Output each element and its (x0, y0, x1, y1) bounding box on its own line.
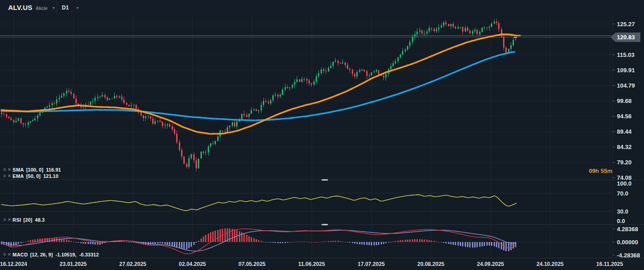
date-axis-label: 16.11.2025 (596, 261, 623, 267)
indicator-name: EMA (13, 173, 24, 179)
indicator-settings-icon[interactable]: ≡ (3, 173, 6, 178)
timeframe-label: D1 (62, 5, 69, 11)
rsi-axis-label: 100.0 (617, 181, 632, 186)
timeframe-selector[interactable]: D1 ▼ (62, 5, 79, 11)
price-axis-label: 104.79 (617, 83, 635, 88)
date-axis-label: 11.06.2025 (298, 261, 325, 267)
date-axis-label: 07.05.2025 (238, 261, 266, 267)
indicator-value: -1.10519, -0.33312 (56, 252, 99, 257)
indicator-legend-rsi: ≡ × RSI [20] 48.3 (3, 217, 45, 223)
indicator-value: 116.91 (46, 167, 61, 172)
indicator-settings-icon[interactable]: ≡ (3, 217, 6, 222)
price-axis-label: 125.27 (617, 21, 635, 27)
indicator-params: [100, 0] (26, 167, 43, 172)
indicator-legend-macd: ≡ × MACD [12, 26, 9] -1.10519, -0.33312 (3, 251, 99, 257)
indicator-value: 121.10 (43, 173, 59, 179)
indicator-params: [12, 26, 9] (30, 252, 53, 257)
header-divider (56, 1, 57, 15)
macd-axis-label: -4.28368 (617, 252, 640, 258)
indicator-settings-icon[interactable]: ≡ (3, 252, 6, 257)
indicator-legend-sma: ≡ × SMA [100, 0] 116.91 (3, 167, 61, 172)
indicator-name: MACD (13, 252, 28, 257)
indicator-remove-icon[interactable]: × (8, 173, 10, 178)
rsi-axis-label: 0.0 (617, 218, 625, 224)
instrument-type-label: Akcie (36, 6, 48, 11)
indicator-remove-icon[interactable]: × (8, 252, 10, 257)
date-axis-label: 02.04.2025 (179, 261, 206, 267)
panel-resize-handle-rsi[interactable] (322, 179, 328, 181)
current-price-badge: 120.83 (611, 33, 640, 42)
macd-axis-label: 4.28368 (617, 226, 638, 232)
price-axis-label: 115.03 (617, 52, 635, 58)
countdown-minutes-unit: m (607, 168, 612, 174)
symbol-selector[interactable]: ALV.US Akcie ▼ (8, 4, 55, 11)
price-axis-label: 99.68 (617, 98, 632, 104)
symbol-name: ALV.US (8, 4, 33, 11)
indicator-params: [50, 0] (26, 173, 41, 179)
date-axis-label: 27.02.2025 (119, 261, 146, 267)
chart-header: ALV.US Akcie ▼ D1 ▼ (0, 0, 644, 16)
countdown-minutes: 55 (601, 168, 607, 174)
time-axis-divider (0, 258, 644, 258)
countdown-hours-unit: h (595, 168, 599, 174)
date-axis-label: 24.09.2025 (477, 261, 504, 267)
rsi-axis-label: 70.0 (617, 191, 628, 196)
price-axis-label: 94.56 (617, 113, 632, 119)
rsi-axis-label: 30.0 (617, 209, 628, 214)
indicator-remove-icon[interactable]: × (8, 217, 10, 222)
indicator-name: RSI (13, 217, 21, 223)
chevron-down-icon: ▼ (52, 6, 55, 9)
chevron-down-icon: ▼ (76, 6, 79, 9)
indicator-legend-ema: ≡ × EMA [50, 0] 121.10 (3, 173, 58, 179)
indicator-params: [20] (23, 217, 33, 223)
indicator-settings-icon[interactable]: ≡ (3, 167, 6, 172)
date-axis-label: 20.08.2025 (417, 261, 444, 267)
current-price-value: 120.83 (617, 34, 635, 41)
date-axis-label: 17.07.2025 (358, 261, 385, 267)
countdown-hours: 09 (589, 168, 595, 174)
price-axis-label: 109.91 (617, 67, 635, 73)
date-axis-label: 24.10.2025 (537, 261, 564, 267)
indicator-value: 48.3 (35, 217, 44, 223)
price-axis-label: 89.44 (617, 129, 632, 135)
trading-platform-chart: ALV.US Akcie ▼ D1 ▼ ≡ × SMA [100, 0] 116… (0, 0, 644, 270)
indicator-name: SMA (13, 167, 24, 172)
indicator-remove-icon[interactable]: × (8, 167, 10, 172)
macd-axis-label: 0.00000 (617, 239, 638, 245)
date-axis-label: 23.01.2025 (60, 261, 87, 267)
panel-resize-handle-macd[interactable] (322, 224, 328, 225)
price-axis-label: 84.32 (617, 144, 632, 150)
price-axis-label: 79.20 (617, 159, 632, 165)
date-axis-label: 16.12.2024 (0, 261, 27, 267)
chart-canvas[interactable] (0, 0, 644, 270)
candle-countdown-timer: 09h 55m (574, 168, 612, 174)
